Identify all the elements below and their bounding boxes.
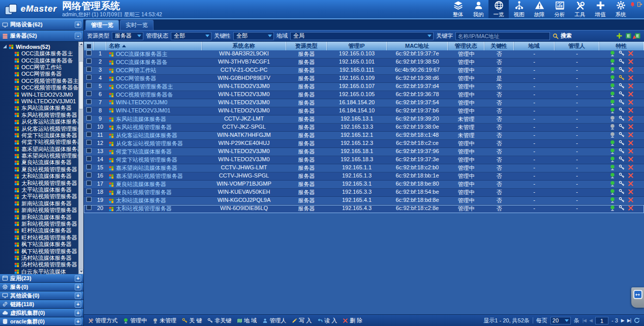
table-row[interactable]: 3 OCC网管工作站 CCTV-21-OCC-PC 服务器 192.165.0.…: [84, 67, 644, 75]
server-name-link[interactable]: WIN-LTEDO2V3JM0: [116, 99, 167, 105]
col-features[interactable]: 特性: [599, 42, 644, 50]
legend-关键[interactable]: 关 键: [182, 317, 202, 324]
server-name-link[interactable]: 东风站视频管理服务器: [116, 124, 172, 131]
sidebar-section-链路(118)[interactable]: 链路(118) +: [0, 300, 83, 309]
delete-icon[interactable]: [628, 124, 634, 130]
tree-item[interactable]: 夏良站流媒体服务器: [2, 159, 78, 166]
row-checkbox[interactable]: [86, 197, 91, 202]
key-icon[interactable]: [619, 181, 625, 187]
col-manage-status[interactable]: 管理状态: [448, 42, 484, 50]
legend-非关键[interactable]: 非关键: [207, 317, 231, 324]
row-checkbox[interactable]: [86, 67, 91, 72]
tree-item[interactable]: 新南站视频管理服务器: [2, 207, 78, 214]
tree-item[interactable]: OCC视频管理服务器主: [2, 78, 78, 84]
managed-status-icon[interactable]: [609, 189, 616, 195]
legend-地域[interactable]: 地 域: [237, 317, 257, 324]
managed-status-icon[interactable]: [609, 132, 616, 138]
delete-icon[interactable]: [628, 164, 634, 170]
server-name-link[interactable]: 夏良站视频管理服务器: [116, 189, 172, 196]
tree-item[interactable]: 旺村站视频管理服务器: [2, 234, 78, 241]
key-icon[interactable]: [619, 197, 625, 203]
expand-button[interactable]: +: [75, 310, 81, 316]
tab-realtime-overview[interactable]: 实时一览: [120, 20, 154, 30]
managed-status-icon[interactable]: [609, 91, 616, 97]
managed-status-icon[interactable]: [609, 181, 616, 187]
legend-管理方式[interactable]: 管理方式: [88, 317, 117, 324]
table-row[interactable]: 1 OCC流媒体服务器主 WIN-8AR3R2L9OKI 服务器 192.165…: [84, 50, 644, 58]
tree-item[interactable]: OCC网管服务器: [2, 71, 78, 77]
table-row[interactable]: 9 东风站流媒体服务器 CCTV-JKZ-LMT 服务器 192.165.13.…: [84, 115, 644, 124]
expand-button[interactable]: +: [75, 292, 81, 299]
server-name-link[interactable]: 太和站视频管理服务器: [116, 205, 172, 213]
sidebar-section-其他设备(0)[interactable]: 其他设备(0) +: [0, 291, 83, 300]
row-checkbox[interactable]: [86, 99, 91, 104]
expand-button[interactable]: +: [75, 284, 81, 290]
tree-item[interactable]: 新和站视频管理服务器: [2, 221, 78, 227]
sidebar-section-应用(23)[interactable]: 应用(23) +: [0, 274, 83, 283]
server-name-link[interactable]: OCC视频管理服务器主: [116, 83, 173, 91]
row-checkbox[interactable]: [86, 148, 91, 153]
managed-status-icon[interactable]: [609, 164, 616, 170]
delete-icon[interactable]: [628, 148, 634, 154]
col-region[interactable]: 地域: [514, 42, 555, 50]
key-icon[interactable]: [619, 83, 625, 89]
tree-item[interactable]: 汤村站视频管理服务器: [2, 261, 78, 268]
managed-status-icon[interactable]: [609, 124, 616, 130]
manage-status-select[interactable]: 全部: [171, 32, 211, 40]
key-icon[interactable]: [619, 124, 625, 130]
delete-icon[interactable]: [628, 75, 634, 81]
alarm-bell-icon[interactable]: [630, 2, 635, 7]
server-name-link[interactable]: OCC视频管理服务器备: [116, 91, 173, 99]
delete-icon[interactable]: [628, 99, 634, 105]
table-row[interactable]: 19 太和站流媒体服务器 WIN-KGCOJ2PQL9A 服务器 192.165…: [84, 197, 644, 205]
tree-item[interactable]: OCC流媒体服务器备: [2, 57, 78, 64]
tree-item[interactable]: 嘉禾望岗站流媒体服务器: [2, 145, 78, 152]
tree-item[interactable]: 太平站视频管理服务器: [2, 193, 78, 200]
col-resource-type[interactable]: 资源类型: [286, 42, 327, 50]
resource-type-select[interactable]: 服务器: [112, 32, 143, 40]
tree-item[interactable]: 太和站视频管理服务器: [2, 180, 78, 186]
nav-item-我的[interactable]: 我的: [468, 0, 488, 18]
managed-status-icon[interactable]: [609, 83, 616, 89]
legend-写入[interactable]: 写 入: [292, 317, 312, 324]
key-icon[interactable]: [619, 172, 625, 179]
tree-item[interactable]: OCC流媒体服务器主: [2, 50, 78, 57]
table-row[interactable]: 11 从化客运站流媒体服务器 WIN-NATK7HHFGJM 服务器 192.1…: [84, 132, 644, 140]
server-name-link[interactable]: 嘉禾望岗站流媒体服务器: [116, 164, 177, 172]
tree-item[interactable]: 白云东平站流媒体: [2, 269, 78, 275]
sidebar-section-服务(0)[interactable]: 服务(0) +: [0, 283, 83, 291]
table-row[interactable]: 17 夏良站流媒体服务器 WIN-VOMP71BJGMP 服务器 192.165…: [84, 181, 644, 189]
col-system-name[interactable]: 系统名称: [202, 42, 286, 50]
delete-icon[interactable]: [628, 189, 634, 195]
row-checkbox[interactable]: [86, 132, 91, 137]
server-name-link[interactable]: OCC网管服务器: [116, 75, 156, 82]
nav-item-整体[interactable]: 整体: [448, 0, 468, 18]
table-row[interactable]: 14 何棠下站视频管理服务器 WIN-LTEDO2V3JM0 服务器 192.1…: [84, 156, 644, 164]
server-name-link[interactable]: OCC流媒体服务器备: [116, 58, 167, 66]
row-checkbox[interactable]: [86, 205, 91, 210]
row-checkbox[interactable]: [86, 140, 91, 145]
server-name-link[interactable]: 何棠下站视频管理服务器: [116, 156, 177, 164]
managed-status-icon[interactable]: [609, 205, 616, 211]
per-page-select[interactable]: 20: [550, 317, 571, 324]
key-icon[interactable]: [619, 115, 625, 122]
tree-root-windows[interactable]: Windows(52): [2, 43, 78, 50]
key-icon[interactable]: [619, 99, 625, 105]
tree-item[interactable]: OCC网管工作站: [2, 64, 78, 71]
managed-status-icon[interactable]: [609, 140, 616, 146]
managed-status-icon[interactable]: [609, 115, 616, 122]
legend-删除[interactable]: 删 除: [343, 317, 362, 324]
legend-未管理[interactable]: 未管理: [152, 317, 176, 324]
delete-icon[interactable]: [628, 83, 634, 89]
row-checkbox[interactable]: [86, 58, 91, 64]
nav-item-系统[interactable]: 系统: [610, 0, 631, 18]
current-page-input[interactable]: 1: [595, 317, 608, 324]
next-page-button[interactable]: ▶: [621, 318, 624, 323]
tree-item[interactable]: 何棠下站流媒体服务器: [2, 132, 78, 139]
delete-icon[interactable]: [628, 156, 634, 162]
scroll-up-button[interactable]: [79, 42, 83, 47]
legend-管理人[interactable]: 管理人: [262, 317, 286, 324]
remote-control-overlay[interactable]: [631, 287, 644, 308]
tree-item[interactable]: 枫下站流媒体服务器: [2, 241, 78, 248]
key-icon[interactable]: [619, 50, 625, 56]
